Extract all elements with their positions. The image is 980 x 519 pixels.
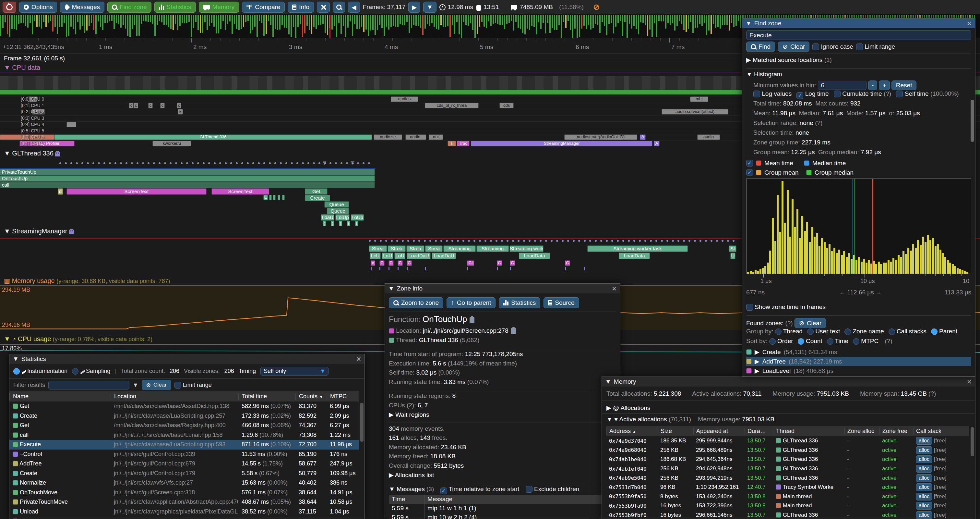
allocation-row[interactable]: 0x74a9d37040 186.35 KB 295,999,844ns 13:…	[606, 436, 969, 446]
statistics-button[interactable]: Statistics	[154, 2, 196, 13]
clipboard-icon[interactable]	[511, 328, 516, 334]
zone-chip[interactable]: mi-t	[690, 96, 708, 102]
show-zone-time-checkbox[interactable]: Show zone time in frames	[746, 303, 971, 313]
zone-chip[interactable]: Ci	[467, 260, 474, 266]
memory-button[interactable]: Memory	[199, 2, 239, 13]
zone-chip[interactable]: Streaming worker task	[587, 245, 688, 252]
zone-chip[interactable]: C	[388, 260, 394, 266]
fz-limit-range-checkbox[interactable]: Limit range	[856, 43, 895, 50]
options-button[interactable]: Options	[19, 2, 57, 13]
zone-chip[interactable]: c	[371, 260, 375, 266]
zone-chip[interactable]: c	[129, 103, 134, 109]
table-row[interactable]: Create jni/../jni/src/guif/Control.cpp:1…	[10, 469, 359, 478]
zone-chip[interactable]: Strea	[406, 245, 425, 252]
histogram-section[interactable]: ▼ Histogram	[746, 71, 971, 80]
alloc-callstack-button[interactable]: alloc	[916, 437, 932, 445]
zone-chip[interactable]: (	[323, 221, 326, 226]
zone-chip[interactable]: GLThread 336	[54, 134, 372, 140]
clipboard-icon[interactable]	[469, 317, 474, 323]
found-zone-row[interactable]: ▶ LoadLevel(18) 406.88 μs	[746, 366, 971, 375]
statistics-titlebar[interactable]: ▼Statistics✕	[10, 354, 364, 364]
streaming-header[interactable]: ▼ StreamingManager	[4, 228, 74, 235]
log-values-checkbox[interactable]: Log values	[753, 90, 792, 97]
allocation-row[interactable]: 0x7553b9fa50 8 bytes 153,492,240ns 13:50…	[606, 492, 969, 501]
glthread-header[interactable]: ▼ GLThread 336	[4, 150, 60, 157]
zone-chip[interactable]: Strea	[369, 245, 387, 252]
reset-button[interactable]: Reset	[891, 80, 917, 90]
zone-chip[interactable]: LoU	[395, 252, 406, 259]
zone-chip[interactable]: Streaming worker tas	[509, 245, 544, 252]
sort-by-radio[interactable]: MTPC	[853, 338, 878, 344]
zone-chip[interactable]: Queue	[327, 208, 349, 214]
zone-chip[interactable]: Streaming	[443, 245, 476, 252]
zone-chip[interactable]	[67, 122, 76, 127]
zone-chip[interactable]: LoaU	[321, 214, 334, 221]
min-bin-minus-button[interactable]: -	[868, 80, 877, 90]
alloc-callstack-button[interactable]: alloc	[916, 493, 932, 500]
zone-chip[interactable]: C	[565, 260, 570, 266]
tools-button[interactable]	[317, 2, 330, 13]
zone-chip[interactable]: U	[730, 252, 735, 259]
zoom-to-zone-button[interactable]: Zoom to zone	[389, 297, 443, 308]
alloc-callstack-button[interactable]: alloc	[916, 502, 932, 509]
table-row[interactable]: call jni/../jni/../../../src/claw/base/L…	[10, 430, 359, 440]
zone-chip[interactable]	[278, 195, 280, 200]
zone-chip[interactable]: c	[177, 103, 181, 109]
statistics-table-header[interactable]: NameLocationTotal timeCounts ▼MTPC	[10, 391, 359, 401]
found-zone-row[interactable]: ▶ Create(54,131) 643.34 ms	[746, 347, 971, 357]
alloc-callstack-button[interactable]: alloc	[916, 483, 932, 491]
zone-chip[interactable]: LoU	[382, 252, 393, 259]
zone-chip[interactable]: audio.se	[374, 134, 402, 140]
zone-chip[interactable]: LoadDaU	[432, 252, 456, 259]
zone-chip[interactable]: audioserver(AudioOut_D)	[564, 134, 637, 140]
zone-chip[interactable]	[273, 195, 276, 200]
log-time-checkbox[interactable]: Log time	[797, 90, 829, 97]
zone-chip[interactable]: cds	[500, 103, 514, 109]
zone-chip[interactable]: A	[654, 141, 660, 146]
zone-chip[interactable]: Ti	[447, 141, 456, 146]
close-icon[interactable]: ✕	[356, 355, 361, 363]
zone-chip[interactable]: Trac	[457, 141, 469, 146]
zone-chip[interactable]	[269, 195, 272, 200]
exclude-children-checkbox[interactable]: Exclude children	[526, 485, 579, 492]
table-row[interactable]: Normalize jni/../jni/src/claw/vfs/Vfs.cp…	[10, 478, 359, 488]
fz-clear-button[interactable]: ⊘ Clear	[778, 42, 810, 52]
messages-section[interactable]: Messages	[397, 485, 425, 492]
table-row[interactable]: PrivateTouchMove jni/../jni/src/claw/app…	[10, 497, 359, 507]
found-zone-row[interactable]: ▶ <no parent>(9) 225.73 μs	[746, 375, 971, 377]
table-row[interactable]: Unload jni/../jni/src/claw/graphics/pixe…	[10, 507, 359, 517]
memory-scrollbar[interactable]	[970, 427, 974, 456]
zone-chip[interactable]: Strea	[388, 245, 406, 252]
zone-thread[interactable]: GLThread 336	[419, 337, 458, 343]
zone-chip[interactable]: LoadData	[619, 252, 650, 259]
zone-chip[interactable]: A	[640, 134, 646, 140]
zone-chip[interactable]: c	[134, 103, 138, 109]
group-lines-checkbox[interactable]	[746, 169, 753, 176]
zone-chip[interactable]: (	[347, 221, 350, 226]
memory-table-header[interactable]: Address ▲SizeAppeared atDura…ThreadZone …	[606, 426, 969, 436]
group-by-radio[interactable]: Parent	[931, 328, 957, 335]
zone-chip[interactable]: LoadDaU	[407, 252, 431, 259]
zone-chip[interactable]: LoadData	[519, 252, 550, 259]
zone-chip[interactable]: Get	[305, 188, 328, 195]
time-relative-checkbox[interactable]: Time relative to zone start	[441, 485, 520, 492]
table-row[interactable]: OnRedraw jni/../jni/src/claw/application…	[10, 516, 359, 519]
zone-chip[interactable]: OnTouchUp	[0, 175, 375, 182]
zone-chip[interactable]: Streaming	[476, 245, 509, 252]
group-by-radio[interactable]: User text	[807, 328, 840, 335]
table-row[interactable]: Execute jni/../jni/src/claw/base/LuaScri…	[10, 440, 359, 450]
zone-chip[interactable]: C	[497, 260, 502, 266]
stats-clear-button[interactable]: ⊗ Clear	[142, 380, 171, 390]
find-zone-search-input[interactable]: Execute	[746, 30, 971, 40]
close-icon[interactable]: ✕	[967, 20, 972, 27]
zone-chip[interactable]: C	[379, 260, 385, 266]
timing-select[interactable]: Self only▼	[260, 367, 328, 375]
alloc-callstack-button[interactable]: alloc	[916, 446, 932, 454]
zone-chip[interactable]: kworker/u	[153, 141, 191, 146]
group-by-radio[interactable]: Call stacks	[889, 328, 926, 335]
notifications-off-icon[interactable]: ⊘	[593, 4, 600, 10]
stats-scrollbar[interactable]	[360, 403, 364, 442]
stats-limit-range-checkbox[interactable]: Limit range	[175, 382, 212, 388]
matched-source-locations[interactable]: ▶ Matched source locations (1)	[746, 56, 971, 66]
zone-chip[interactable]: StreamingManager	[471, 141, 652, 146]
